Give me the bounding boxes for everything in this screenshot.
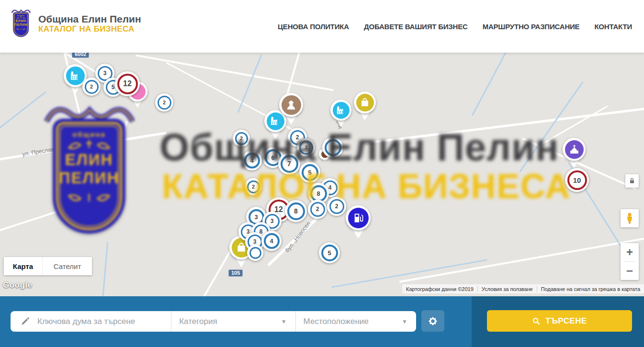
site-title: Община Елин Пелин [38, 14, 141, 24]
pegman-icon [624, 212, 635, 224]
crest-swirl-icon [66, 138, 112, 151]
zoom-out-button[interactable]: − [621, 262, 639, 280]
map-type-control: Карта Сателит [4, 257, 92, 275]
advanced-settings-button[interactable] [421, 310, 444, 332]
map-pin-bag[interactable] [354, 91, 376, 113]
map-cluster[interactable]: 5 [319, 242, 340, 263]
attribution-report-error-link[interactable]: Подаване на сигнал за грешка в картата [537, 286, 644, 292]
crest-emblem: община ЕЛИН ПЕЛИН [11, 9, 32, 37]
crest-name-line1: ЕЛИН [16, 19, 26, 23]
chevron-down-icon: ▼ [281, 318, 287, 325]
location-select-label: Местоположение [304, 317, 369, 326]
location-select[interactable]: Местоположение ▼ [295, 311, 416, 332]
map-stream [0, 91, 46, 130]
map-stream [331, 259, 487, 288]
map-type-map-button[interactable]: Карта [4, 257, 42, 275]
map-cluster[interactable]: 4 [261, 231, 282, 251]
nav-pricing-policy[interactable]: ЦЕНОВА ПОЛИТИКА [278, 22, 349, 31]
keyword-search-input[interactable] [36, 316, 153, 327]
map-stream [472, 53, 507, 116]
zoom-in-button[interactable]: + [621, 243, 639, 261]
crest-name-line2: ПЕЛИН [14, 23, 27, 27]
crest-top-text: община [72, 130, 106, 138]
municipality-logo: община ЕЛИН ПЕЛИН [11, 9, 33, 45]
crest-name-line2: ПЕЛИН [59, 169, 119, 187]
map-stream [237, 55, 262, 113]
street-label: бул. „Новосел [283, 220, 312, 254]
map-road [136, 55, 334, 91]
crest-swirl-icon [16, 28, 26, 31]
map-cluster[interactable]: 2 [155, 93, 173, 112]
lock-icon [628, 177, 636, 185]
search-button-label: ТЪРСЕНЕ [545, 316, 587, 326]
attribution-terms-link[interactable]: Условия за ползване [477, 286, 537, 292]
road-number-shield: 105 [228, 269, 243, 277]
search-pill: Категория ▼ Местоположение ▼ [11, 311, 416, 332]
crest-name-line1: ЕЛИН [65, 151, 113, 169]
category-select[interactable]: Категория ▼ [171, 311, 295, 332]
category-select-label: Категория [179, 317, 217, 326]
attribution-copyright: Картографски данни ©2019 [402, 286, 477, 292]
map-canvas[interactable]: 3251222235647524812822333834510ул. Пресл… [0, 53, 644, 296]
search-button[interactable]: ТЪРСЕНЕ [487, 310, 632, 332]
map-cluster[interactable]: 2 [82, 78, 101, 96]
road-number-shield: 6002 [72, 53, 89, 58]
watermark-crest: община ЕЛИН ПЕЛИН [41, 104, 139, 235]
map-pin-factory[interactable] [330, 100, 351, 121]
nav-contacts[interactable]: КОНТАКТИ [594, 22, 632, 31]
map-pin-church[interactable] [563, 138, 586, 161]
google-logo[interactable]: Google [3, 280, 33, 290]
map-pin-worker[interactable] [279, 93, 303, 117]
lock-button[interactable] [625, 174, 639, 188]
map-attribution: Картографски данни ©2019 Условия за полз… [402, 284, 644, 293]
nav-route-schedule[interactable]: МАРШРУТНО РАЗПИСАНИЕ [483, 22, 580, 31]
map-road [399, 236, 644, 283]
main-nav: ЦЕНОВА ПОЛИТИКА ДОБАВЕТЕ ВАШИЯТ БИЗНЕС М… [278, 22, 632, 31]
page: община ЕЛИН ПЕЛИН Общин [0, 0, 644, 347]
search-bar: Категория ▼ Местоположение ▼ ТЪРСЕНЕ [0, 296, 644, 347]
header: община ЕЛИН ПЕЛИН Общин [0, 0, 644, 53]
crest-top-text: община [17, 15, 24, 17]
watermark-subtitle: КАТАЛОГ НА БИЗНЕСА [162, 169, 571, 203]
chevron-down-icon: ▼ [402, 318, 407, 325]
crest-swirl-icon [16, 16, 26, 19]
nav-add-your-business[interactable]: ДОБАВЕТЕ ВАШИЯТ БИЗНЕС [364, 22, 468, 31]
zoom-control: + − [621, 243, 639, 280]
crest-shield: община ЕЛИН ПЕЛИН [53, 119, 125, 234]
map-type-satellite-button[interactable]: Сателит [42, 257, 92, 275]
keyword-section [11, 311, 171, 332]
crest-shield: община ЕЛИН ПЕЛИН [13, 12, 29, 37]
gear-icon [428, 316, 438, 326]
watermark-title: Община Елин Пелин [159, 128, 559, 167]
crest-swirl-icon [66, 192, 112, 204]
site-titles: Община Елин Пелин КАТАЛОГ НА БИЗНЕСА [38, 14, 141, 34]
site-brand[interactable]: община ЕЛИН ПЕЛИН Общин [11, 7, 141, 45]
site-subtitle: КАТАЛОГ НА БИЗНЕСА [38, 24, 141, 34]
map-cluster[interactable]: 12 [115, 71, 140, 96]
map-cluster[interactable] [247, 245, 263, 261]
pegman-button[interactable] [621, 209, 639, 227]
map-pin-fuel[interactable] [346, 205, 371, 230]
search-icon [532, 317, 541, 325]
map-stream [102, 242, 109, 296]
pencil-icon [21, 317, 30, 326]
